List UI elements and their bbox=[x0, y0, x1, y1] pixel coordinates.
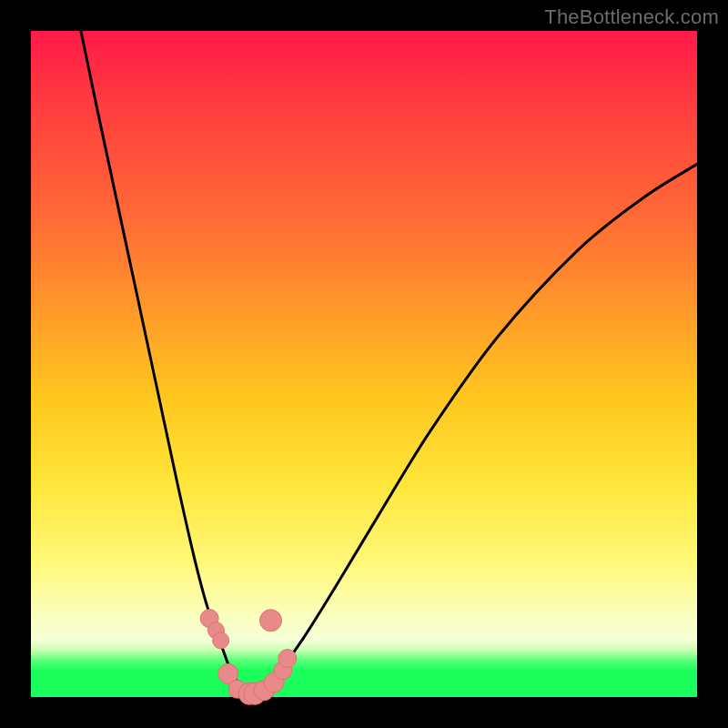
left-curve bbox=[81, 31, 251, 697]
plot-area bbox=[31, 31, 697, 697]
watermark-text: TheBottleneck.com bbox=[544, 5, 719, 29]
marker-group bbox=[200, 610, 297, 705]
marker-dot bbox=[278, 650, 297, 668]
marker-dot bbox=[213, 632, 229, 649]
right-curve bbox=[251, 164, 697, 697]
curve-layer bbox=[31, 31, 697, 697]
marker-dot bbox=[260, 610, 282, 632]
chart-frame: TheBottleneck.com bbox=[0, 0, 728, 728]
